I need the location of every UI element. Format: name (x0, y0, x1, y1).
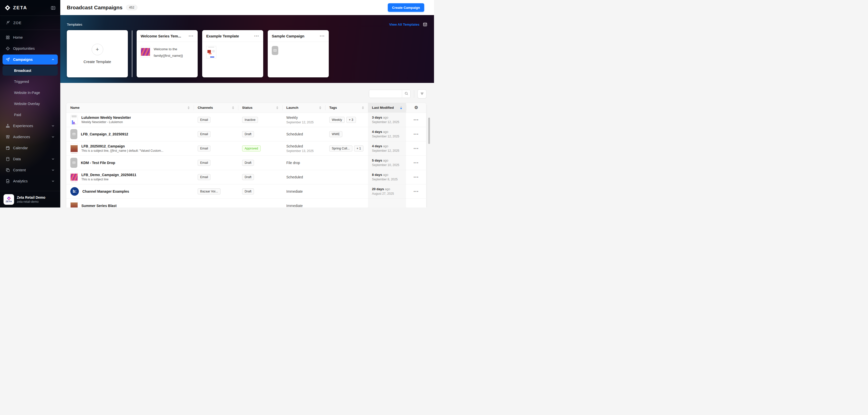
modified-relative: 8 days (372, 173, 382, 177)
envelope-icon (272, 46, 278, 55)
sidebar-item-website-overlay[interactable]: Website Overlay (2, 99, 58, 109)
column-header-tags[interactable]: Tags (325, 103, 368, 113)
workspace-logo: ZETA (3, 194, 14, 205)
modified-date: September 12, 2025 (372, 120, 399, 124)
sidebar-item-label: Experiences (13, 124, 33, 128)
collapse-templates-icon[interactable] (423, 22, 428, 27)
column-settings-button[interactable]: ⚙ (406, 103, 426, 113)
channels-cell: Email (194, 156, 238, 170)
template-thumbnail (141, 46, 150, 58)
tag-chip: Spring Coll... (329, 145, 352, 151)
name-cell: Lululemon Weekly Newsletter Weekly Newsl… (66, 113, 194, 127)
column-header-status[interactable]: Status (238, 103, 282, 113)
modified-date: September 10, 2025 (372, 163, 399, 167)
sort-icon-active (398, 106, 402, 109)
table-row[interactable]: KDM - Test File Drop Email Draft File dr… (66, 155, 426, 170)
search-input[interactable] (369, 90, 402, 98)
main-area: Broadcast Campaigns 452 Create Campaign … (60, 0, 434, 208)
sidebar-item-paid[interactable]: Paid (2, 110, 58, 120)
sidebar-item-data[interactable]: Data (2, 154, 58, 164)
table-row[interactable]: Summer Series Blast Immediate (66, 199, 426, 208)
sidebar-item-home[interactable]: Home (2, 32, 58, 42)
sidebar-item-label: Paid (14, 113, 21, 117)
row-more-icon[interactable]: ••• (414, 118, 419, 122)
workspace-title: Zeta Retail Demo (17, 196, 45, 200)
more-icon[interactable]: ••• (254, 34, 259, 38)
template-thumbnail (206, 46, 216, 59)
home-grid-icon (5, 35, 10, 40)
campaign-subtitle: This is a subject line (82, 178, 136, 181)
column-header-channels[interactable]: Channels (194, 103, 238, 113)
table-row[interactable]: LFB_Demo_Campaign_20250811 This is a sub… (66, 170, 426, 184)
sidebar-item-audiences[interactable]: Audiences (2, 132, 58, 142)
column-header-last-modified[interactable]: Last Modified (368, 103, 406, 113)
row-more-icon[interactable]: ••• (414, 189, 419, 194)
filter-button[interactable] (417, 89, 427, 98)
last-modified-cell (368, 199, 406, 208)
launch-cell: Scheduled (282, 170, 325, 184)
view-all-templates-link[interactable]: View All Templates (389, 23, 420, 26)
workspace-switcher[interactable]: ZETA Zeta Retail Demo zeta-retail-demo (0, 191, 60, 208)
page-header: Broadcast Campaigns 452 Create Campaign (60, 0, 434, 15)
last-modified-cell: 4 days ago September 12, 2025 (368, 142, 406, 155)
sidebar-item-label: Broadcast (14, 68, 31, 72)
campaign-name[interactable]: Lululemon Weekly Newsletter (82, 116, 131, 120)
column-header-launch[interactable]: Launch (282, 103, 325, 113)
campaign-name[interactable]: Channel Manager Examples (82, 189, 129, 194)
sidebar-item-website-in-page[interactable]: Website In-Page (2, 88, 58, 98)
channels-cell: Email (194, 127, 238, 141)
sidebar-nav: Home Opportunities Campaigns Broadcast (0, 30, 60, 191)
search-button[interactable] (402, 90, 410, 98)
template-card-body (202, 42, 263, 63)
table-header-row: Name Channels Status Launch Tags (66, 103, 426, 113)
table-row[interactable]: LFB_20250912_Campaign This is a subject … (66, 141, 426, 155)
template-card-example[interactable]: Example Template ••• (202, 30, 263, 78)
template-cards: + Create Template Welcome Series Tem... … (67, 30, 428, 78)
status-cell: Approved (238, 142, 282, 155)
row-more-icon[interactable]: ••• (414, 146, 419, 150)
table-row[interactable]: b: Channel Manager Examples Bazaar Voi..… (66, 184, 426, 199)
sidebar-item-triggered[interactable]: Triggered (2, 77, 58, 87)
sidebar-item-calendar[interactable]: Calendar (2, 143, 58, 153)
row-more-icon[interactable]: ••• (414, 175, 419, 179)
sidebar-item-broadcast[interactable]: Broadcast (2, 65, 58, 76)
sidebar-item-label: Content (13, 168, 26, 172)
template-card-sample-campaign[interactable]: Sample Campaign ••• (268, 30, 329, 78)
sidebar-collapse-icon[interactable] (51, 5, 56, 10)
sidebar: ZETA ZOE Home Opportunit (0, 0, 60, 208)
sidebar-header: ZETA (0, 0, 60, 16)
sidebar-item-analytics[interactable]: Analytics (2, 176, 58, 186)
sidebar-item-opportunities[interactable]: Opportunities (2, 43, 58, 54)
row-actions-cell: ••• (406, 113, 426, 127)
row-more-icon[interactable]: ••• (414, 132, 419, 136)
template-card-welcome-series[interactable]: Welcome Series Tem... ••• Welcome to the… (136, 30, 198, 78)
more-icon[interactable]: ••• (320, 34, 325, 38)
campaign-name[interactable]: KDM - Test File Drop (81, 161, 115, 165)
table-row[interactable]: Lululemon Weekly Newsletter Weekly Newsl… (66, 113, 426, 127)
tag-overflow-chip[interactable]: + 3 (346, 117, 356, 123)
sidebar-item-content[interactable]: Content (2, 165, 58, 175)
modified-date: September 12, 2025 (372, 149, 399, 152)
create-campaign-button[interactable]: Create Campaign (388, 3, 424, 12)
campaign-thumbnail (70, 172, 78, 182)
status-badge: Draft (242, 131, 254, 137)
row-more-icon[interactable]: ••• (414, 161, 419, 165)
template-card-body (268, 42, 329, 59)
sidebar-item-zoe[interactable]: ZOE (0, 16, 60, 30)
campaign-name[interactable]: LFB_20250912_Campaign (82, 144, 163, 148)
templates-band: Templates View All Templates + Create Te… (60, 15, 434, 83)
tag-overflow-chip[interactable]: + 1 (354, 145, 364, 151)
workspace-logo-text: ZETA (6, 201, 12, 203)
column-header-name[interactable]: Name (66, 103, 194, 113)
campaign-name[interactable]: LFB_Demo_Campaign_20250811 (82, 173, 136, 177)
plus-icon: + (92, 44, 103, 55)
campaign-name[interactable]: Summer Series Blast (82, 204, 117, 208)
channel-chip: Email (198, 174, 211, 180)
sidebar-item-campaigns[interactable]: Campaigns (2, 55, 58, 65)
create-template-card[interactable]: + Create Template (67, 30, 128, 78)
campaign-name[interactable]: LFB_Campaign_2_20250912 (81, 132, 128, 136)
sidebar-item-experiences[interactable]: Experiences (2, 121, 58, 131)
table-row[interactable]: LFB_Campaign_2_20250912 Email Draft Sche… (66, 127, 426, 141)
more-icon[interactable]: ••• (189, 34, 194, 38)
scrollbar-thumb[interactable] (428, 118, 430, 144)
